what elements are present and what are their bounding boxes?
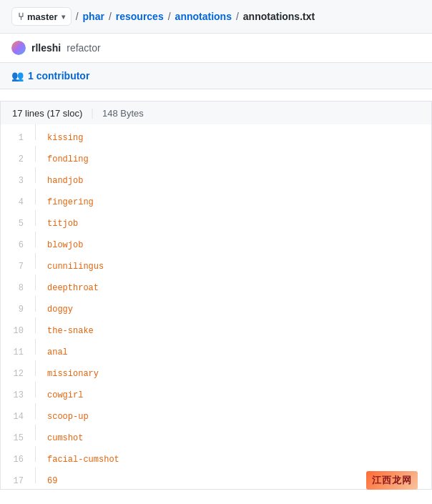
code-line: 7cunnilingus (1, 253, 431, 275)
file-size-stat: 148 Bytes (102, 108, 144, 119)
line-content: anal (36, 345, 79, 360)
line-content: facial-cumshot (36, 452, 131, 468)
chevron-down-icon: ▾ (62, 13, 65, 21)
line-content: doggy (36, 302, 84, 317)
line-number: 11 (1, 345, 35, 360)
commit-message: refactor (67, 42, 100, 54)
code-line: 8deepthroat (1, 275, 431, 296)
line-number: 3 (1, 173, 35, 189)
line-number: 8 (1, 280, 35, 296)
line-number: 16 (1, 452, 35, 468)
line-content: scoop-up (36, 409, 100, 425)
breadcrumb-sep-4: / (236, 11, 239, 22)
contributor-label: contributor (36, 70, 90, 81)
breadcrumb-link-annotations[interactable]: annotations (175, 11, 232, 22)
line-content: cumshot (36, 430, 94, 446)
contributor-link[interactable]: 1 contributor (28, 70, 89, 81)
contributor-count: 1 (28, 70, 36, 81)
code-line: 9doggy (1, 296, 431, 317)
line-number: 4 (1, 194, 35, 210)
line-number: 6 (1, 237, 35, 253)
line-content: missionary (36, 366, 110, 382)
line-number: 12 (1, 366, 35, 382)
breadcrumb-current: annotations.txt (243, 11, 315, 22)
line-content: the-snake (36, 323, 105, 339)
avatar-image (11, 41, 26, 55)
breadcrumb-link-resources[interactable]: resources (116, 11, 164, 22)
watermark: 江西龙网 (366, 471, 418, 490)
code-line: 5titjob (1, 210, 431, 232)
line-number: 1 (1, 130, 35, 146)
line-number: 15 (1, 430, 35, 446)
code-line: 13cowgirl (1, 382, 431, 403)
code-line: 16facial-cumshot (1, 446, 431, 468)
line-number: 2 (1, 152, 35, 167)
breadcrumb-link-phar[interactable]: phar (83, 11, 104, 22)
branch-label: master (27, 11, 58, 22)
line-content: cowgirl (36, 387, 94, 403)
breadcrumb-bar: ⑂ master ▾ / phar / resources / annotati… (0, 0, 432, 34)
contributor-row: 👥 1 contributor (0, 63, 432, 89)
line-content: deepthroat (36, 280, 110, 296)
commit-username[interactable]: rlleshi (31, 42, 61, 54)
code-line: 12missionary (1, 360, 431, 382)
commit-row: rlleshi refactor (0, 34, 432, 63)
code-line: 1kissing (1, 124, 431, 146)
code-line: 2fondling (1, 146, 431, 167)
code-line: 4fingering (1, 189, 431, 210)
breadcrumb-sep-2: / (109, 11, 112, 22)
line-content: titjob (36, 216, 89, 232)
line-content: 69 (36, 473, 69, 489)
branch-selector[interactable]: ⑂ master ▾ (11, 7, 72, 26)
line-content: kissing (36, 130, 94, 146)
line-number: 7 (1, 259, 35, 275)
line-content: handjob (36, 173, 94, 189)
code-line: 3handjob (1, 167, 431, 189)
line-number: 10 (1, 323, 35, 339)
breadcrumb-sep-1: / (76, 11, 79, 22)
line-content: blowjob (36, 237, 94, 253)
file-info-bar: 17 lines (17 sloc) | 148 Bytes (0, 101, 432, 124)
code-line: 11anal (1, 339, 431, 360)
line-content: fondling (36, 152, 100, 167)
line-number: 9 (1, 302, 35, 317)
code-line: 6blowjob (1, 232, 431, 253)
file-lines-stat: 17 lines (17 sloc) (12, 108, 82, 119)
line-content: fingering (36, 194, 105, 210)
line-number: 14 (1, 409, 35, 425)
line-content: cunnilingus (36, 259, 115, 275)
code-line: 10the-snake (1, 317, 431, 339)
line-number: 17 (1, 473, 35, 489)
code-line: 15cumshot (1, 425, 431, 446)
contributor-icon: 👥 (11, 70, 24, 81)
avatar (11, 41, 26, 55)
code-line: 14scoop-up (1, 403, 431, 425)
breadcrumb-sep-3: / (168, 11, 171, 22)
code-block: 1kissing2fondling3handjob4fingering5titj… (0, 124, 432, 490)
file-stat-separator: | (91, 107, 94, 119)
branch-icon: ⑂ (18, 11, 24, 22)
line-number: 5 (1, 216, 35, 232)
line-number: 13 (1, 387, 35, 403)
